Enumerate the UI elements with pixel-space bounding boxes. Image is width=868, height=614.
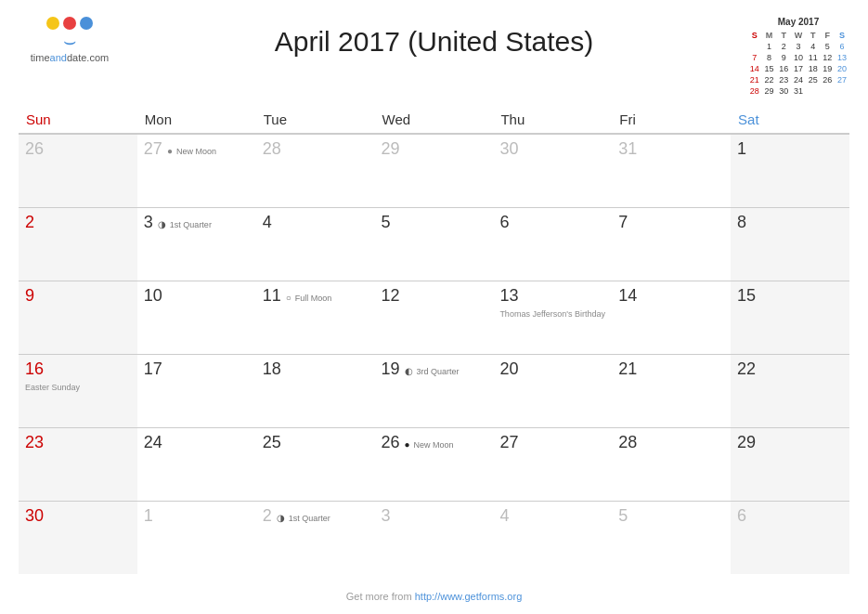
day-number: 6 xyxy=(737,506,746,526)
event-label: New Moon xyxy=(414,440,454,450)
calendar-week-5: 3012◑1st Quarter3456 xyxy=(19,501,849,574)
day-number: 26 xyxy=(382,433,400,452)
calendar-cell: 12 xyxy=(375,281,494,354)
day-number: 21 xyxy=(618,359,637,379)
calendar-week-4: 23242526●New Moon272829 xyxy=(19,427,849,501)
calendar-cell: 9 xyxy=(19,281,137,354)
logo-dot-red xyxy=(63,17,76,30)
calendar-cell: 27●New Moon xyxy=(137,134,256,207)
calendar-cell: 5 xyxy=(612,501,731,574)
day-number: 2 xyxy=(263,506,272,526)
holiday-label: Thomas Jefferson's Birthday xyxy=(499,309,605,319)
calendar-week-1: 23◑1st Quarter45678 xyxy=(19,207,849,281)
calendar-cell: 5 xyxy=(375,207,494,281)
day-number: 17 xyxy=(144,359,162,379)
day-number: 4 xyxy=(263,213,272,232)
day-header-fri: Fri xyxy=(612,106,731,134)
day-number: 4 xyxy=(499,506,509,526)
logo-dots xyxy=(46,17,93,30)
day-number: 5 xyxy=(618,506,628,526)
day-number: 5 xyxy=(382,213,391,232)
calendar-cell: 8 xyxy=(731,207,849,281)
calendar-cell: 10 xyxy=(137,281,256,354)
day-number: 13 xyxy=(499,286,518,306)
day-number: 27 xyxy=(144,139,162,159)
calendar-cell: 28 xyxy=(612,427,731,501)
day-number: 28 xyxy=(263,139,281,159)
day-number: 30 xyxy=(25,506,44,526)
day-number: 29 xyxy=(382,139,400,159)
calendar-cell: 13Thomas Jefferson's Birthday xyxy=(493,281,612,354)
calendar-cell: 4 xyxy=(493,501,612,574)
day-header-sat: Sat xyxy=(731,106,849,134)
day-number: 25 xyxy=(263,433,281,452)
calendar-container: SunMonTueWedThuFriSat 2627●New Moon28293… xyxy=(0,106,868,574)
calendar-cell: 1 xyxy=(731,134,849,207)
footer-link[interactable]: http://www.getforms.org xyxy=(415,591,523,602)
calendar-cell: 30 xyxy=(493,134,612,207)
calendar-cell: 19◐3rd Quarter xyxy=(375,354,494,427)
day-number: 2 xyxy=(25,213,34,232)
day-header-sun: Sun xyxy=(19,106,137,134)
mini-cal-table: SMTWTFS 12345678910111213141516171819202… xyxy=(747,30,849,97)
calendar-week-3: 16Easter Sunday171819◐3rd Quarter202122 xyxy=(19,354,849,427)
holiday-label: Easter Sunday xyxy=(25,383,131,392)
calendar-cell: 23 xyxy=(19,427,137,501)
day-number: 11 xyxy=(263,286,281,306)
calendar-cell: 6 xyxy=(493,207,612,281)
day-number: 15 xyxy=(737,286,756,306)
calendar-cell: 2◑1st Quarter xyxy=(256,501,375,574)
footer: Get more from http://www.getforms.org xyxy=(0,574,868,611)
calendar-cell: 29 xyxy=(731,427,849,501)
calendar-cell: 27 xyxy=(493,427,612,501)
calendar-cell: 20 xyxy=(493,354,612,427)
day-number: 18 xyxy=(263,359,281,379)
day-number: 27 xyxy=(499,433,518,452)
calendar-cell: 15 xyxy=(731,281,849,354)
mini-cal-title: May 2017 xyxy=(747,17,849,27)
calendar-week-0: 2627●New Moon282930311 xyxy=(19,134,849,207)
calendar-week-2: 91011○Full Moon1213Thomas Jefferson's Bi… xyxy=(19,281,849,354)
day-number: 10 xyxy=(144,286,162,306)
calendar-cell: 16Easter Sunday xyxy=(19,354,137,427)
day-number: 1 xyxy=(737,139,746,159)
calendar-cell: 24 xyxy=(137,427,256,501)
calendar-cell: 21 xyxy=(612,354,731,427)
footer-text: Get more from xyxy=(346,591,415,602)
calendar-cell: 3 xyxy=(375,501,494,574)
day-number: 16 xyxy=(25,359,44,379)
day-number: 12 xyxy=(382,286,400,306)
calendar-cell: 18 xyxy=(256,354,375,427)
day-number: 6 xyxy=(499,213,509,232)
day-number: 24 xyxy=(144,433,162,452)
day-number: 23 xyxy=(25,433,44,452)
calendar-cell: 26●New Moon xyxy=(375,427,494,501)
calendar-cell: 17 xyxy=(137,354,256,427)
calendar-cell: 6 xyxy=(731,501,849,574)
day-header-thu: Thu xyxy=(493,106,612,134)
calendar-cell: 30 xyxy=(19,501,137,574)
day-header-tue: Tue xyxy=(256,106,375,134)
logo-bird-icon: ⌣ xyxy=(63,32,76,52)
day-number: 3 xyxy=(144,213,153,232)
page-title: April 2017 (United States) xyxy=(121,17,747,58)
moon-icon: ◐ xyxy=(405,366,413,376)
day-number: 1 xyxy=(144,506,153,526)
day-number: 26 xyxy=(25,139,44,159)
calendar-cell: 31 xyxy=(612,134,731,207)
event-label: Full Moon xyxy=(295,294,332,303)
moon-icon: ○ xyxy=(286,293,291,303)
logo-text: timeanddate.com xyxy=(31,52,109,63)
moon-icon: ◑ xyxy=(277,513,285,523)
day-number: 3 xyxy=(382,506,391,526)
calendar-cell: 4 xyxy=(256,207,375,281)
logo: ⌣ timeanddate.com xyxy=(19,17,121,63)
day-number: 28 xyxy=(618,433,637,452)
main-calendar: SunMonTueWedThuFriSat 2627●New Moon28293… xyxy=(19,106,849,574)
day-number: 9 xyxy=(25,286,34,306)
calendar-cell: 29 xyxy=(375,134,494,207)
event-label: 3rd Quarter xyxy=(417,367,460,376)
moon-icon: ● xyxy=(405,439,410,450)
day-number: 8 xyxy=(737,213,746,232)
event-label: 1st Quarter xyxy=(170,220,212,229)
